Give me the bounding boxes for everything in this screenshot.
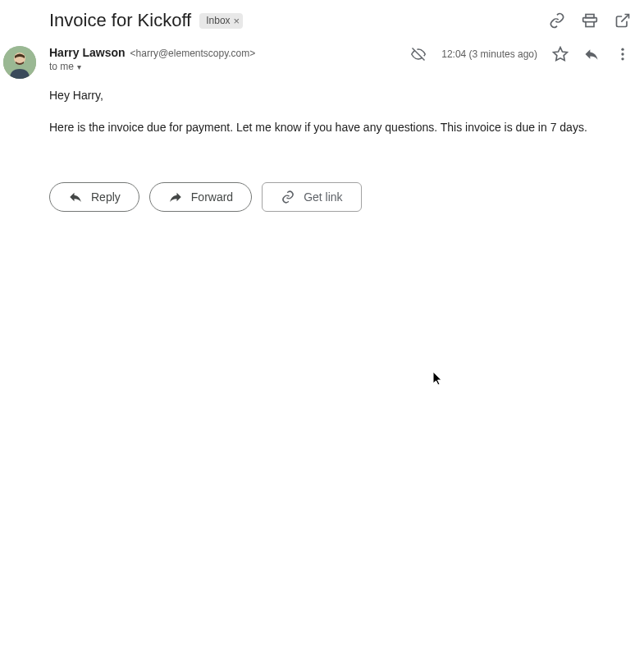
meta-actions: 12:04 (3 minutes ago) bbox=[410, 46, 631, 62]
link-icon bbox=[281, 190, 295, 204]
recipient-line[interactable]: to me ▾ bbox=[49, 61, 255, 72]
timestamp: 12:04 (3 minutes ago) bbox=[441, 48, 537, 60]
get-link-label: Get link bbox=[304, 190, 342, 204]
cursor-pointer bbox=[433, 372, 445, 390]
tracking-disabled-icon[interactable] bbox=[410, 46, 427, 62]
print-icon[interactable] bbox=[582, 12, 598, 29]
email-subject: Invoice for Kickoff bbox=[49, 10, 191, 31]
svg-line-2 bbox=[621, 15, 628, 22]
label-text: Inbox bbox=[206, 15, 230, 26]
open-new-window-icon[interactable] bbox=[614, 12, 631, 29]
email-header: Invoice for Kickoff Inbox × bbox=[49, 7, 631, 46]
reply-label: Reply bbox=[91, 190, 121, 204]
sender-info: Harry Lawson <harry@elementscopy.com> to… bbox=[49, 46, 255, 72]
body-greeting: Hey Harry, bbox=[49, 87, 631, 104]
subject-group: Invoice for Kickoff Inbox × bbox=[49, 10, 243, 31]
forward-arrow-icon bbox=[168, 190, 183, 204]
svg-point-8 bbox=[621, 53, 623, 55]
svg-point-7 bbox=[621, 48, 623, 51]
email-body: Hey Harry, Here is the invoice due for p… bbox=[49, 87, 631, 136]
avatar[interactable] bbox=[3, 46, 36, 79]
star-icon[interactable] bbox=[552, 46, 569, 62]
header-actions bbox=[549, 12, 631, 29]
sender-email: <harry@elementscopy.com> bbox=[130, 48, 256, 59]
chevron-down-icon[interactable]: ▾ bbox=[77, 62, 81, 71]
more-icon[interactable] bbox=[614, 46, 631, 62]
sender-row: Harry Lawson <harry@elementscopy.com> to… bbox=[49, 46, 631, 72]
body-paragraph: Here is the invoice due for payment. Let… bbox=[49, 119, 631, 136]
sender-name[interactable]: Harry Lawson bbox=[49, 46, 126, 59]
reply-icon[interactable] bbox=[583, 46, 600, 62]
recipient-text: to me bbox=[49, 61, 74, 72]
forward-button[interactable]: Forward bbox=[149, 182, 252, 212]
forward-label: Forward bbox=[191, 190, 233, 204]
close-icon[interactable]: × bbox=[234, 15, 240, 27]
link-icon[interactable] bbox=[549, 12, 565, 29]
svg-point-9 bbox=[621, 57, 623, 60]
reply-arrow-icon bbox=[68, 190, 83, 204]
svg-rect-1 bbox=[586, 22, 594, 27]
svg-marker-6 bbox=[554, 48, 568, 61]
get-link-button[interactable]: Get link bbox=[262, 182, 361, 212]
action-buttons: Reply Forward Get link bbox=[49, 182, 631, 212]
reply-button[interactable]: Reply bbox=[49, 182, 139, 212]
inbox-label-chip[interactable]: Inbox × bbox=[199, 13, 243, 29]
